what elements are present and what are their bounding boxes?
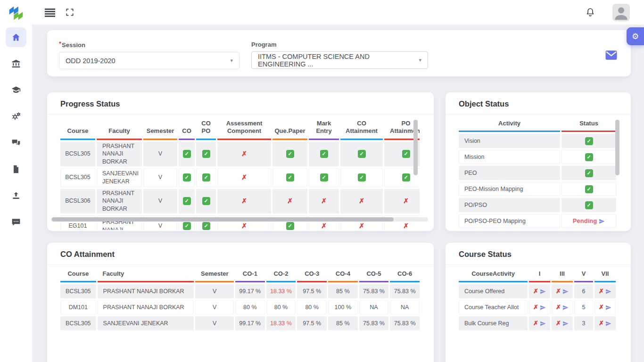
session-select[interactable]: ODD 2019-2020 ▾ (59, 52, 239, 69)
panel-title: Progress Status (47, 92, 434, 115)
table-row: BCSL306 PRASHANT NANAJI BORKAR V ✓ ✓ ✗ ✗… (60, 189, 420, 214)
notifications-button[interactable] (585, 7, 595, 19)
settings-fab-button[interactable]: ⚙ (627, 27, 644, 45)
vertical-scrollbar[interactable] (615, 120, 619, 175)
sidebar-item-institution[interactable] (6, 54, 26, 74)
column-header: I (529, 268, 550, 282)
sidebar-item-discussions[interactable] (6, 133, 26, 153)
horizontal-scrollbar-thumb[interactable] (52, 217, 394, 222)
table-row: Course Offered ✗ ✗ 6 ✗ (459, 284, 618, 298)
object-status-panel: Object Status Activity Status Vision ✓ M… (446, 92, 631, 231)
course-status-table: CourseActivity I III V VII Course Offere… (459, 268, 618, 362)
upload-icon (11, 191, 21, 200)
column-header: CourseActivity (459, 268, 528, 282)
program-select[interactable]: IITMS - COMPUTER SCIENCE AND ENGINEERING… (251, 51, 428, 69)
sidebar-item-settings[interactable] (6, 107, 26, 126)
cross-icon: ✗ (556, 320, 561, 328)
send-icon[interactable] (562, 288, 569, 295)
panel-title: CO Attainment (47, 243, 434, 265)
table-row: PEO-Mission Mapping ✓ (459, 182, 618, 196)
check-icon: ✓ (286, 222, 294, 230)
check-icon: ✓ (286, 150, 294, 158)
panel-title: Course Status (446, 243, 631, 265)
user-avatar[interactable] (612, 4, 630, 21)
sidebar-item-feedback[interactable] (6, 212, 26, 232)
sidebar-item-home[interactable] (6, 27, 26, 47)
menu-toggle-button[interactable] (45, 8, 55, 18)
horizontal-scrollbar[interactable] (51, 217, 428, 222)
check-icon: ✓ (358, 173, 366, 181)
vertical-scrollbar[interactable] (413, 120, 418, 175)
envelope-icon[interactable] (605, 49, 618, 61)
hamburger-icon (45, 8, 55, 10)
send-icon[interactable] (599, 218, 605, 224)
check-icon: ✓ (402, 173, 410, 181)
column-header: CO-2 (266, 268, 296, 282)
sidebar (0, 0, 32, 362)
comment-dots-icon (11, 217, 21, 227)
institution-icon (11, 59, 21, 68)
sidebar-item-documents[interactable] (6, 159, 26, 179)
column-header: Semester (195, 268, 234, 282)
send-icon[interactable] (605, 321, 611, 327)
object-status-table: Activity Status Vision ✓ Mission ✓ PEO ✓… (459, 118, 618, 230)
check-icon: ✓ (320, 173, 328, 181)
pending-status-label: Pending (573, 217, 597, 225)
table-row: BCSL305 PRASHANT NANAJI BORKAR V 99.17 %… (60, 284, 420, 298)
check-icon: ✓ (183, 150, 191, 158)
column-header: Assessment Component (217, 118, 271, 140)
column-header: CO (179, 118, 195, 140)
check-icon: ✓ (183, 173, 191, 181)
table-row: Bulk Course Reg ✗ ✗ 3 ✗ (459, 316, 618, 330)
check-icon: ✓ (585, 169, 593, 177)
check-icon: ✓ (585, 185, 593, 193)
program-label: Program (251, 41, 276, 48)
cross-icon: ✗ (241, 173, 247, 181)
column-header: CO-1 (235, 268, 265, 282)
sidebar-item-academics[interactable] (6, 80, 26, 100)
cross-icon: ✗ (359, 197, 364, 205)
check-icon: ✓ (358, 150, 366, 158)
course-status-panel: Course Status CourseActivity I III V VII… (446, 243, 631, 362)
cross-icon: ✗ (287, 197, 293, 205)
table-row: Course Teacher Allot ✗ ✗ 5 ✗ (459, 300, 618, 314)
check-icon: ✓ (202, 173, 210, 181)
cross-icon: ✗ (533, 304, 538, 312)
app-logo[interactable] (6, 4, 26, 23)
column-header: CO Attainment (340, 118, 383, 140)
send-icon[interactable] (540, 304, 546, 311)
column-header: VII (594, 268, 616, 282)
send-icon[interactable] (562, 321, 569, 327)
cross-icon: ✗ (403, 222, 409, 230)
send-icon[interactable] (605, 288, 611, 295)
column-header: Activity (459, 118, 560, 132)
table-row: PO/PSO-PEO Mapping Pending (459, 214, 618, 228)
column-header: CO-5 (359, 268, 389, 282)
sidebar-item-upload[interactable] (6, 186, 26, 206)
fullscreen-button[interactable] (65, 8, 74, 19)
cross-icon: ✗ (321, 222, 327, 230)
check-icon: ✓ (202, 150, 210, 158)
check-icon: ✓ (585, 153, 593, 161)
cross-icon: ✗ (359, 222, 364, 230)
chevron-down-icon: ▾ (419, 57, 421, 63)
cross-icon: ✗ (241, 197, 247, 205)
graduation-cap-icon (11, 85, 21, 95)
column-header: Status (561, 118, 616, 132)
cross-icon: ✗ (403, 197, 409, 205)
avatar-silhouette (612, 4, 630, 21)
cross-icon: ✗ (599, 320, 604, 328)
check-icon: ✓ (202, 197, 210, 205)
column-header: Que.Paper (272, 118, 307, 140)
fullscreen-icon (65, 8, 74, 17)
check-icon: ✓ (585, 137, 593, 145)
program-field-group: Program IITMS - COMPUTER SCIENCE AND ENG… (251, 40, 428, 69)
send-icon[interactable] (562, 304, 569, 311)
column-header: Faculty (97, 118, 142, 140)
send-icon[interactable] (540, 321, 546, 327)
send-icon[interactable] (540, 288, 546, 295)
co-attainment-table: Course Faculty Semester CO-1 CO-2 CO-3 C… (60, 268, 420, 362)
cross-icon: ✗ (599, 304, 604, 312)
send-icon[interactable] (605, 304, 611, 311)
required-marker: * (59, 40, 61, 47)
